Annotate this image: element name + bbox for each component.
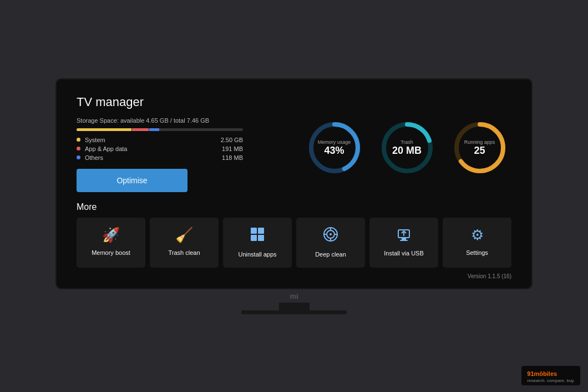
legend-others: Others 118 MB: [77, 154, 243, 161]
memory-usage-value: 43%: [318, 144, 351, 156]
mi-logo: mi: [290, 289, 298, 303]
svg-rect-8: [251, 235, 257, 241]
uninstall-apps-icon: [250, 227, 265, 245]
legend-system: System 2.50 GB: [77, 137, 243, 143]
tile-deep-clean[interactable]: Deep clean: [296, 218, 365, 268]
tile-memory-boost[interactable]: 🚀 Memory boost: [77, 218, 145, 268]
trash-clean-icon: 🧹: [175, 227, 193, 244]
trash-value: 20 MB: [392, 144, 422, 156]
deep-clean-label: Deep clean: [315, 251, 346, 258]
running-apps-value: 25: [464, 144, 495, 156]
memory-boost-label: Memory boost: [92, 249, 130, 256]
install-via-usb-label: Install via USB: [384, 250, 424, 257]
more-title: More: [77, 202, 511, 212]
trash-sublabel: Trash: [392, 139, 422, 144]
version-text: Version 1.1.5 (16): [468, 273, 511, 279]
uninstall-apps-label: Uninstall apps: [238, 251, 276, 258]
storage-label: Storage Space: available 4.65 GB / total…: [77, 117, 243, 124]
svg-point-12: [330, 233, 332, 235]
install-via-usb-icon: [396, 227, 412, 244]
trash-gauge: Trash 20 MB: [375, 117, 439, 178]
storage-bar: [77, 128, 243, 131]
svg-rect-9: [258, 235, 264, 241]
tile-uninstall-apps[interactable]: Uninstall apps: [223, 218, 292, 268]
app-title: TV manager: [77, 95, 511, 109]
tile-install-via-usb[interactable]: Install via USB: [369, 218, 438, 268]
legend-app: App & App data 191 MB: [77, 145, 243, 152]
tile-trash-clean[interactable]: 🧹 Trash clean: [150, 218, 219, 268]
tile-settings[interactable]: ⚙ Settings: [443, 218, 511, 268]
running-apps-sublabel: Running apps: [464, 139, 495, 144]
running-apps-gauge: Running apps 25: [448, 117, 511, 178]
memory-usage-gauge: Memory usage 43%: [302, 117, 366, 178]
svg-rect-19: [400, 240, 408, 241]
deep-clean-icon: [323, 227, 338, 245]
memory-usage-sublabel: Memory usage: [318, 139, 351, 144]
svg-rect-6: [251, 228, 257, 234]
optimise-button[interactable]: Optimise: [77, 169, 187, 192]
memory-boost-icon: 🚀: [102, 227, 120, 244]
settings-label: Settings: [466, 249, 488, 256]
svg-rect-7: [258, 228, 264, 234]
watermark: 91mōbiles research. compare. buy.: [521, 366, 580, 385]
trash-clean-label: Trash clean: [168, 249, 200, 256]
svg-rect-18: [402, 238, 406, 240]
settings-icon: ⚙: [471, 227, 484, 244]
